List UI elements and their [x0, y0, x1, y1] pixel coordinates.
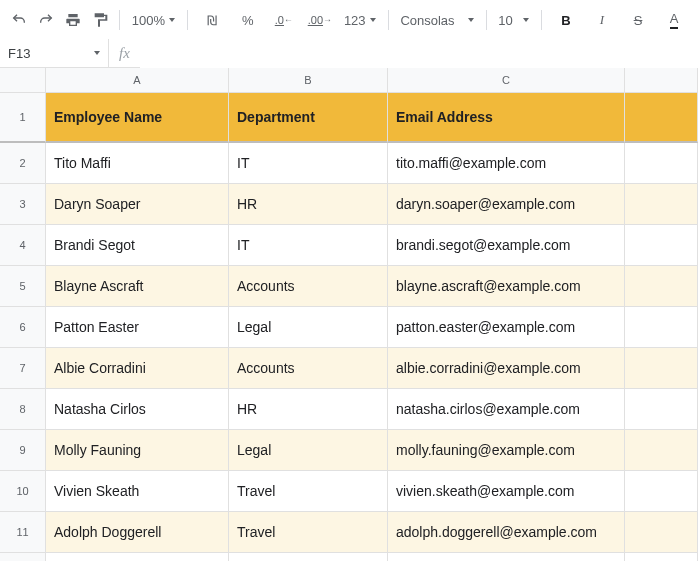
percent-button[interactable]: %: [232, 7, 264, 33]
cell[interactable]: tito.maffi@example.com: [388, 143, 625, 184]
row-header[interactable]: 3: [0, 184, 46, 225]
select-all-corner[interactable]: [0, 68, 46, 93]
redo-button[interactable]: [35, 7, 58, 33]
cell[interactable]: Natasha Cirlos: [46, 389, 229, 430]
text-color-button[interactable]: A: [658, 7, 690, 33]
cell[interactable]: [229, 553, 388, 561]
cell[interactable]: Accounts: [229, 348, 388, 389]
chevron-down-icon: [169, 18, 175, 22]
print-button[interactable]: [62, 7, 85, 33]
cell[interactable]: HR: [229, 184, 388, 225]
col-header-d[interactable]: [625, 68, 698, 93]
cell[interactable]: Legal: [229, 307, 388, 348]
cell[interactable]: [625, 93, 698, 143]
cell[interactable]: blayne.ascraft@example.com: [388, 266, 625, 307]
cell[interactable]: Employee Name: [46, 93, 229, 143]
separator: [119, 10, 120, 30]
cell[interactable]: Department: [229, 93, 388, 143]
zoom-combo[interactable]: 100%: [128, 7, 179, 33]
formula-bar-row: F13 fx: [0, 39, 698, 68]
col-header-a[interactable]: A: [46, 68, 229, 93]
cell[interactable]: Daryn Soaper: [46, 184, 229, 225]
cell[interactable]: natasha.cirlos@example.com: [388, 389, 625, 430]
row-header[interactable]: 8: [0, 389, 46, 430]
cell[interactable]: [625, 430, 698, 471]
spreadsheet-grid[interactable]: A B C 1 Employee Name Department Email A…: [0, 68, 698, 561]
cell[interactable]: [625, 553, 698, 561]
cell[interactable]: Legal: [229, 430, 388, 471]
cell[interactable]: [625, 389, 698, 430]
row-header[interactable]: 7: [0, 348, 46, 389]
separator: [187, 10, 188, 30]
col-header-c[interactable]: C: [388, 68, 625, 93]
cell[interactable]: Patton Easter: [46, 307, 229, 348]
undo-button[interactable]: [8, 7, 31, 33]
cell[interactable]: Travel: [229, 512, 388, 553]
cell[interactable]: Blayne Ascraft: [46, 266, 229, 307]
cell[interactable]: [625, 471, 698, 512]
cell[interactable]: [625, 184, 698, 225]
cell[interactable]: Albie Corradini: [46, 348, 229, 389]
cell[interactable]: [625, 143, 698, 184]
more-formats-combo[interactable]: 123: [340, 7, 380, 33]
row-header[interactable]: 10: [0, 471, 46, 512]
italic-button[interactable]: I: [586, 7, 618, 33]
cell[interactable]: brandi.segot@example.com: [388, 225, 625, 266]
font-size-combo[interactable]: 10: [494, 7, 533, 33]
cell[interactable]: daryn.soaper@example.com: [388, 184, 625, 225]
row-header[interactable]: 5: [0, 266, 46, 307]
row-header[interactable]: 2: [0, 143, 46, 184]
chevron-down-icon: [370, 18, 376, 22]
chevron-down-icon: [468, 18, 474, 22]
fx-icon: fx: [109, 45, 140, 62]
row-header[interactable]: 11: [0, 512, 46, 553]
cell[interactable]: [625, 225, 698, 266]
row-header[interactable]: 4: [0, 225, 46, 266]
cell[interactable]: patton.easter@example.com: [388, 307, 625, 348]
decrease-decimal-button[interactable]: .0 ←: [268, 7, 300, 33]
cell[interactable]: Molly Fauning: [46, 430, 229, 471]
separator: [541, 10, 542, 30]
chevron-down-icon: [523, 18, 529, 22]
row-header[interactable]: 6: [0, 307, 46, 348]
cell[interactable]: Travel: [229, 471, 388, 512]
row-header[interactable]: 9: [0, 430, 46, 471]
toolbar: 100% ₪ % .0 ← .00 → 123 Consolas 10 B I …: [0, 0, 698, 39]
col-header-b[interactable]: B: [229, 68, 388, 93]
bold-button[interactable]: B: [550, 7, 582, 33]
cell[interactable]: Adolph Doggerell: [46, 512, 229, 553]
cell[interactable]: Vivien Skeath: [46, 471, 229, 512]
cell[interactable]: HR: [229, 389, 388, 430]
cell[interactable]: adolph.doggerell@example.com: [388, 512, 625, 553]
cell[interactable]: Brandi Segot: [46, 225, 229, 266]
cell[interactable]: [388, 553, 625, 561]
cell[interactable]: albie.corradini@example.com: [388, 348, 625, 389]
strike-button[interactable]: S: [622, 7, 654, 33]
cell[interactable]: IT: [229, 225, 388, 266]
separator: [388, 10, 389, 30]
zoom-value: 100%: [132, 13, 165, 28]
cell[interactable]: Email Address: [388, 93, 625, 143]
font-combo[interactable]: Consolas: [396, 7, 477, 33]
cell[interactable]: Accounts: [229, 266, 388, 307]
chevron-down-icon: [94, 51, 100, 55]
cell[interactable]: [625, 348, 698, 389]
increase-decimal-button[interactable]: .00 →: [304, 7, 336, 33]
paint-format-button[interactable]: [88, 7, 111, 33]
formula-input[interactable]: [140, 38, 698, 68]
cell[interactable]: [46, 553, 229, 561]
name-box[interactable]: F13: [0, 39, 109, 67]
cell[interactable]: [625, 266, 698, 307]
cell[interactable]: Tito Maffi: [46, 143, 229, 184]
cell[interactable]: [625, 307, 698, 348]
row-header[interactable]: 1: [0, 93, 46, 143]
row-header[interactable]: 12: [0, 553, 46, 561]
cell[interactable]: [625, 512, 698, 553]
cell[interactable]: molly.fauning@example.com: [388, 430, 625, 471]
cell[interactable]: IT: [229, 143, 388, 184]
separator: [486, 10, 487, 30]
currency-button[interactable]: ₪: [196, 7, 228, 33]
cell[interactable]: vivien.skeath@example.com: [388, 471, 625, 512]
